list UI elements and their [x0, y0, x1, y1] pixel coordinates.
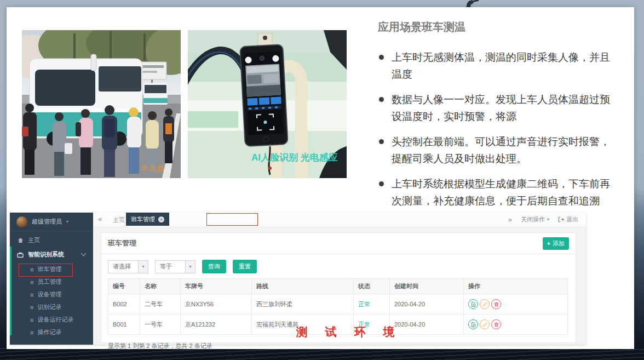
cell-code: B001 — [108, 315, 140, 335]
logout-button[interactable]: 退出 — [558, 215, 578, 224]
bullet-text: 上车时系统根据模型生成健康二维码，下车前再次测量，补充健康信息，便于后期自查和追… — [392, 175, 616, 209]
record-count-summary: 显示第 1 到第 2 条记录，总共 2 条记录 — [108, 342, 569, 350]
active-menu-accent — [10, 247, 12, 335]
cell-plate: 京NX3Y56 — [181, 294, 252, 315]
panel-header: 班车管理 +添加 — [101, 233, 576, 254]
col-actions: 操作 — [464, 279, 568, 294]
cell-plate: 京A121232 — [181, 315, 252, 335]
photo-watermark: 半岛新 — [140, 164, 165, 173]
sidebar-item-employee-management[interactable]: ≡员工管理 — [10, 276, 93, 288]
sidebar-item-device-run-records[interactable]: ≡设备运行记录 — [10, 313, 93, 326]
col-status: 状态 — [354, 279, 390, 294]
close-tab-icon[interactable]: × — [158, 216, 164, 222]
trash-icon — [494, 322, 499, 327]
col-name: 名称 — [140, 279, 181, 294]
panel-title: 班车管理 — [108, 238, 136, 248]
trash-icon — [494, 302, 499, 307]
delete-button[interactable] — [491, 299, 501, 309]
add-button[interactable]: +添加 — [543, 237, 569, 250]
status-badge: 正常 — [354, 294, 390, 315]
caret-down-icon: ▾ — [185, 261, 195, 273]
tab-bar: « 主页 班车管理 × » 关闭操作 ▾ 退出 — [93, 213, 586, 227]
chevron-down-icon — [81, 251, 87, 256]
plus-icon: + — [547, 240, 550, 247]
operator-select[interactable]: 等于 ▾ — [155, 260, 196, 273]
caret-down-icon: ▾ — [138, 261, 148, 273]
view-button[interactable] — [468, 299, 478, 309]
search-button[interactable]: 查询 — [202, 260, 226, 273]
expand-tabs-icon[interactable]: » — [508, 215, 512, 224]
bus-management-panel: 班车管理 +添加 请选择 ▾ 等于 ▾ 查询 重置 — [101, 232, 576, 343]
tab-home[interactable]: 主页 — [113, 216, 125, 224]
content-area: 班车管理 +添加 请选择 ▾ 等于 ▾ 查询 重置 — [93, 226, 586, 345]
sidebar-item-label: 员工管理 — [37, 278, 61, 286]
logout-label: 退出 — [566, 215, 578, 224]
col-plate: 车牌号 — [181, 279, 252, 294]
pencil-icon — [482, 302, 487, 307]
cell-name: 二号车 — [140, 294, 181, 315]
sidebar-item-label: 操作记录 — [37, 328, 61, 336]
file-icon — [471, 322, 476, 327]
bullet-list: 上车时无感测体温，测温的同时采集人像，并且温度 数据与人像一一对应。发现上车人员… — [378, 49, 616, 209]
field-select[interactable]: 请选择 ▾ — [108, 260, 148, 273]
caret-down-icon: ▾ — [66, 219, 68, 224]
sidebar-item-home[interactable]: 主页 — [10, 233, 93, 247]
menu-lines-icon: ≡ — [30, 317, 33, 323]
user-name: 超级管理员 — [32, 218, 62, 226]
table-header-row: 编号 名称 车牌号 路线 状态 创建时间 操作 — [108, 279, 568, 294]
sidebar-group-label: 智能识别系统 — [28, 250, 64, 259]
sidebar-item-label: 识别记录 — [37, 303, 61, 311]
filter-bar: 请选择 ▾ 等于 ▾ 查询 重置 — [108, 260, 569, 273]
user-menu[interactable]: 超级管理员 ▾ — [10, 213, 93, 231]
sidebar-item-bus-management[interactable]: ≡班车管理 — [10, 263, 93, 276]
col-created: 创建时间 — [390, 279, 464, 294]
sidebar-item-operation-records[interactable]: ≡操作记录 — [10, 326, 93, 339]
caret-down-icon: ▾ — [547, 217, 549, 222]
avatar[interactable] — [16, 216, 27, 227]
col-route: 路线 — [252, 279, 354, 294]
home-icon — [18, 237, 24, 243]
add-label: 添加 — [553, 239, 565, 248]
bullet-icon — [379, 181, 384, 186]
close-operations-dropdown[interactable]: 关闭操作 ▾ — [521, 215, 549, 224]
temperature-device-photo: AI人脸识别 光电感应 — [188, 30, 347, 178]
menu-lines-icon: ≡ — [30, 304, 33, 311]
bus-queue-photo: 半岛新 — [22, 30, 181, 178]
collapse-tabs-icon[interactable]: « — [98, 215, 102, 223]
file-icon — [471, 302, 476, 307]
bullet-item: 上车时系统根据模型生成健康二维码，下车前再次测量，补充健康信息，便于后期自查和追… — [379, 175, 616, 209]
sidebar-submenu: ≡班车管理 ≡员工管理 ≡设备管理 ≡识别记录 ≡设备运行记录 ≡操作记录 — [10, 263, 93, 339]
col-code: 编号 — [108, 279, 140, 294]
field-select-value: 请选择 — [108, 261, 138, 273]
bullet-item: 头控制在最前端。可以通过声音进行实时报警，提醒司乘人员及时做出处理。 — [379, 133, 616, 167]
cell-route: 西三旗到怀柔 — [252, 294, 354, 315]
sidebar: 超级管理员 ▾ 主页 智能识别系统 ≡班车管理 ≡员工管理 ≡设备管理 ≡识别记… — [10, 213, 93, 345]
edit-button[interactable] — [480, 299, 490, 309]
sidebar-item-device-management[interactable]: ≡设备管理 — [10, 288, 93, 301]
test-environment-watermark: 测 试 环 境 — [296, 324, 402, 340]
row-actions — [468, 319, 563, 329]
sidebar-group-recognition-system[interactable]: 智能识别系统 — [10, 247, 93, 262]
edit-button[interactable] — [480, 319, 490, 329]
operator-select-value: 等于 — [156, 261, 185, 273]
slide: 半岛新 — [7, 7, 634, 349]
sidebar-item-label: 主页 — [28, 236, 40, 244]
view-button[interactable] — [468, 319, 478, 329]
sidebar-item-recognition-records[interactable]: ≡识别记录 — [10, 301, 93, 313]
bullet-icon — [379, 55, 384, 60]
delete-button[interactable] — [491, 319, 501, 329]
admin-screenshot: 超级管理员 ▾ 主页 智能识别系统 ≡班车管理 ≡员工管理 ≡设备管理 ≡识别记… — [10, 213, 586, 345]
tab-bus-management[interactable]: 班车管理 × — [126, 213, 169, 226]
page-title: 应用场景班车测温 — [378, 19, 616, 35]
sign-out-icon — [558, 216, 564, 222]
cell-name: 一号车 — [140, 315, 181, 335]
sidebar-item-label: 设备运行记录 — [37, 316, 73, 324]
sidebar-item-label: 设备管理 — [37, 290, 61, 299]
row-actions — [468, 299, 563, 309]
close-operations-label: 关闭操作 — [521, 215, 545, 224]
cell-code: B002 — [108, 294, 140, 315]
reset-button[interactable]: 重置 — [233, 260, 257, 273]
tab-bar-actions: » 关闭操作 ▾ 退出 — [508, 213, 578, 226]
menu-lines-icon: ≡ — [30, 329, 33, 336]
bullet-item: 上车时无感测体温，测温的同时采集人像，并且温度 — [379, 49, 616, 83]
